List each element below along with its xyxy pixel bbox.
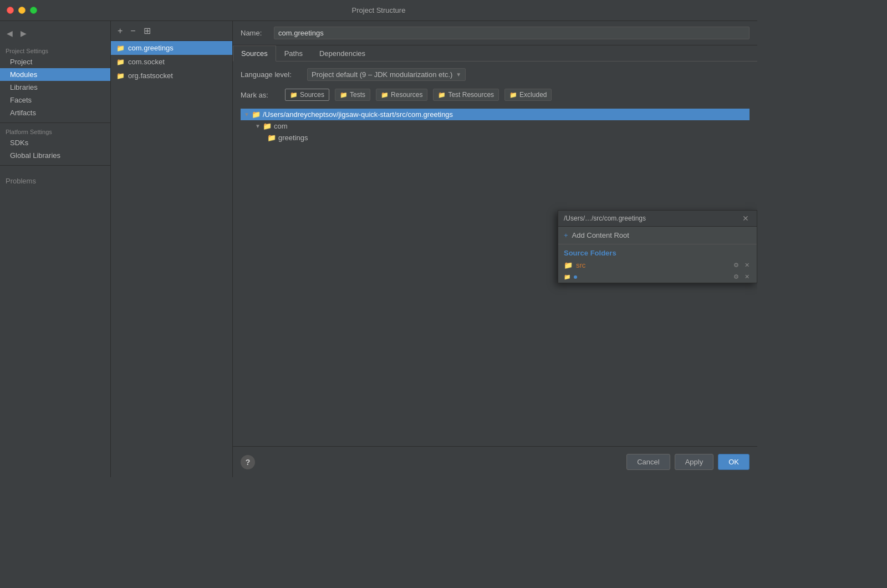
tab-paths[interactable]: Paths bbox=[276, 45, 311, 62]
tree-arrow-down-icon: ▼ bbox=[244, 111, 249, 117]
ok-button[interactable]: OK bbox=[718, 454, 750, 470]
add-icon: + bbox=[564, 231, 568, 239]
platform-settings-header: Platform Settings bbox=[0, 126, 110, 136]
popup-close-button[interactable]: ✕ bbox=[740, 214, 751, 223]
test-resources-folder-icon: 📁 bbox=[438, 91, 446, 99]
popup-blue-dot bbox=[574, 275, 577, 279]
sidebar-item-project[interactable]: Project bbox=[0, 55, 110, 68]
resources-folder-icon: 📁 bbox=[381, 91, 389, 99]
close-button[interactable] bbox=[7, 7, 14, 14]
nav-forward-icon[interactable]: ▶ bbox=[18, 28, 29, 39]
popup-dot-properties-button[interactable]: ⚙ bbox=[732, 273, 741, 281]
sidebar-item-sdks[interactable]: SDKs bbox=[0, 136, 110, 149]
name-input[interactable] bbox=[274, 27, 750, 39]
tree-root-folder-icon: 📁 bbox=[252, 110, 261, 119]
sidebar-item-libraries[interactable]: Libraries bbox=[0, 81, 110, 94]
tests-folder-icon: 📁 bbox=[340, 91, 348, 99]
nav-top: ◀ ▶ bbox=[0, 25, 110, 41]
minimize-button[interactable] bbox=[18, 7, 26, 14]
tree-root-label: /Users/andreycheptsov/jigsaw-quick-start… bbox=[263, 110, 453, 119]
mark-resources-button[interactable]: 📁 Resources bbox=[376, 89, 427, 101]
src-folder-icon: 📁 bbox=[564, 261, 573, 269]
tab-content: Language level: Project default (9 – JDK… bbox=[233, 62, 757, 446]
mark-excluded-button[interactable]: 📁 Excluded bbox=[504, 89, 552, 101]
tree-com-folder-icon: 📁 bbox=[263, 122, 272, 130]
popup-dot-row: 📁 ⚙ ✕ bbox=[558, 271, 757, 283]
mark-as-row: Mark as: 📁 Sources 📁 Tests 📁 Resources 📁… bbox=[241, 89, 750, 101]
popup-header: /Users/…/src/com.greetings ✕ bbox=[558, 211, 757, 227]
module-list: 📁 com.greetings 📁 com.socket 📁 org.fasts… bbox=[111, 41, 232, 477]
tree-arrow-down-icon-2: ▼ bbox=[255, 123, 261, 129]
window-title: Project Structure bbox=[352, 6, 406, 14]
title-bar: Project Structure bbox=[0, 0, 757, 21]
language-level-value: Project default (9 – JDK modularization … bbox=[312, 70, 452, 79]
sidebar-item-facets[interactable]: Facets bbox=[0, 94, 110, 106]
popup-src-row: 📁 src ⚙ ✕ bbox=[558, 259, 757, 271]
popup-dot-actions: ⚙ ✕ bbox=[732, 273, 751, 281]
source-folders-popup: /Users/…/src/com.greetings ✕ + Add Conte… bbox=[558, 210, 757, 283]
module-panel: + − ⊞ 📁 com.greetings 📁 com.socket 📁 org… bbox=[111, 21, 233, 477]
mark-sources-button[interactable]: 📁 Sources bbox=[285, 89, 329, 101]
tab-dependencies[interactable]: Dependencies bbox=[311, 45, 374, 62]
module-folder-icon-3: 📁 bbox=[116, 72, 125, 80]
remove-module-button[interactable]: − bbox=[128, 25, 137, 37]
mark-tests-button[interactable]: 📁 Tests bbox=[335, 89, 370, 101]
tree-com-label: com bbox=[274, 122, 288, 130]
tree-greetings-label: greetings bbox=[278, 134, 308, 142]
name-row: Name: bbox=[233, 21, 757, 45]
language-level-select[interactable]: Project default (9 – JDK modularization … bbox=[307, 68, 466, 81]
name-label: Name: bbox=[241, 29, 268, 37]
sidebar-divider-2 bbox=[0, 165, 110, 166]
popup-src-actions: ⚙ ✕ bbox=[732, 261, 751, 269]
nav-back-icon[interactable]: ◀ bbox=[4, 28, 15, 39]
module-item-org-fastsocket[interactable]: 📁 org.fastsocket bbox=[111, 69, 232, 83]
tree-greetings-item[interactable]: 📁 greetings bbox=[241, 132, 750, 144]
copy-module-button[interactable]: ⊞ bbox=[141, 24, 153, 37]
cancel-button[interactable]: Cancel bbox=[626, 454, 670, 470]
popup-src-remove-button[interactable]: ✕ bbox=[743, 261, 751, 269]
add-module-button[interactable]: + bbox=[115, 25, 125, 37]
sidebar-item-artifacts[interactable]: Artifacts bbox=[0, 106, 110, 119]
sidebar: ◀ ▶ Project Settings Project Modules Lib… bbox=[0, 21, 111, 477]
maximize-button[interactable] bbox=[30, 7, 37, 14]
dot-folder-icon: 📁 bbox=[564, 274, 570, 280]
main-content: Name: Sources Paths Dependencies Languag… bbox=[233, 21, 757, 477]
tabs-row: Sources Paths Dependencies bbox=[233, 45, 757, 62]
add-content-root-button[interactable]: + Add Content Root bbox=[558, 227, 757, 244]
excluded-folder-icon: 📁 bbox=[509, 91, 517, 99]
traffic-lights bbox=[7, 7, 37, 14]
module-toolbar: + − ⊞ bbox=[111, 21, 232, 41]
sources-folder-icon: 📁 bbox=[290, 91, 298, 99]
module-folder-icon-2: 📁 bbox=[116, 58, 125, 66]
popup-src-properties-button[interactable]: ⚙ bbox=[732, 261, 741, 269]
source-folders-title: Source Folders bbox=[558, 244, 757, 259]
tab-sources[interactable]: Sources bbox=[233, 45, 276, 62]
dropdown-arrow-icon: ▼ bbox=[456, 71, 461, 78]
module-folder-icon: 📁 bbox=[116, 44, 125, 52]
sidebar-item-problems[interactable]: Problems bbox=[0, 173, 110, 188]
mark-test-resources-button[interactable]: 📁 Test Resources bbox=[433, 89, 499, 101]
language-level-row: Language level: Project default (9 – JDK… bbox=[241, 68, 750, 81]
sidebar-divider bbox=[0, 122, 110, 123]
mark-as-label: Mark as: bbox=[241, 91, 279, 99]
sidebar-item-modules[interactable]: Modules bbox=[0, 68, 110, 81]
help-button[interactable]: ? bbox=[241, 455, 255, 469]
bottom-bar: ? Cancel Apply OK bbox=[233, 446, 757, 477]
app-body: ◀ ▶ Project Settings Project Modules Lib… bbox=[0, 21, 757, 477]
module-item-com-greetings[interactable]: 📁 com.greetings bbox=[111, 41, 232, 55]
popup-path: /Users/…/src/com.greetings bbox=[564, 214, 740, 222]
apply-button[interactable]: Apply bbox=[675, 454, 714, 470]
sidebar-item-global-libraries[interactable]: Global Libraries bbox=[0, 149, 110, 162]
tree-greetings-folder-icon: 📁 bbox=[267, 134, 276, 142]
project-settings-header: Project Settings bbox=[0, 45, 110, 55]
popup-dot-remove-button[interactable]: ✕ bbox=[743, 273, 751, 281]
module-item-com-socket[interactable]: 📁 com.socket bbox=[111, 55, 232, 69]
language-level-label: Language level: bbox=[241, 70, 302, 79]
tree-root-item[interactable]: ▼ 📁 /Users/andreycheptsov/jigsaw-quick-s… bbox=[241, 109, 750, 120]
tree-com-item[interactable]: ▼ 📁 com bbox=[241, 120, 750, 132]
add-content-root-label: Add Content Root bbox=[572, 231, 629, 239]
bottom-buttons: Cancel Apply OK bbox=[626, 454, 750, 470]
popup-src-name: src bbox=[576, 261, 728, 269]
